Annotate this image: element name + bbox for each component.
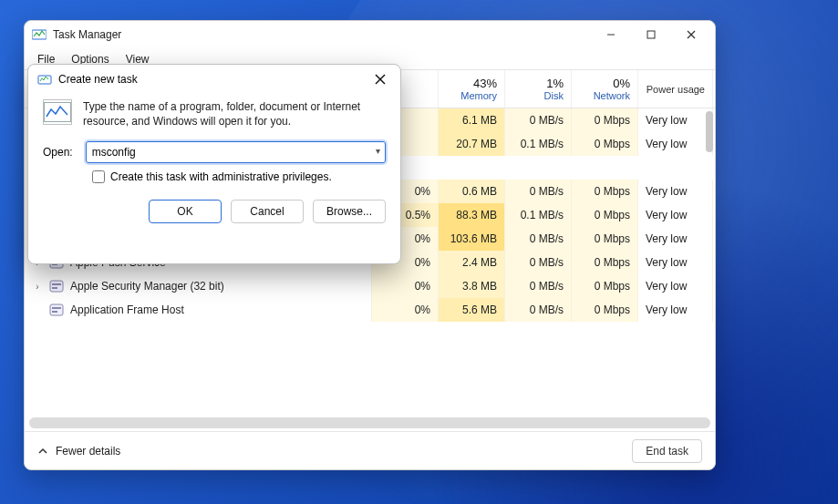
power-cell: Very low bbox=[638, 203, 713, 227]
memory-cell: 0.6 MB bbox=[439, 180, 505, 203]
memory-cell: 103.6 MB bbox=[439, 227, 505, 251]
process-icon bbox=[49, 303, 64, 317]
cpu-cell: 0% bbox=[372, 298, 439, 322]
memory-cell: 88.3 MB bbox=[439, 203, 505, 227]
maximize-button[interactable] bbox=[631, 21, 671, 48]
memory-cell: 6.1 MB bbox=[439, 108, 505, 132]
svg-rect-23 bbox=[50, 281, 63, 292]
dialog-titlebar: Create new task bbox=[28, 65, 400, 94]
power-cell: Very low bbox=[638, 274, 713, 298]
col-header-memory-label: Memory bbox=[460, 90, 497, 101]
chevron-up-icon bbox=[37, 446, 48, 457]
memory-cell: 20.7 MB bbox=[439, 132, 505, 156]
horizontal-scrollbar[interactable] bbox=[29, 417, 710, 428]
dialog-body: Type the name of a program, folder, docu… bbox=[28, 94, 400, 200]
footer: Fewer details End task bbox=[25, 431, 715, 469]
svg-rect-24 bbox=[52, 283, 61, 285]
vertical-scrollbar-thumb[interactable] bbox=[706, 111, 713, 152]
dialog-description: Type the name of a program, folder, docu… bbox=[83, 99, 386, 129]
network-cell: 0 Mbps bbox=[572, 108, 638, 132]
network-cell: 0 Mbps bbox=[572, 180, 638, 203]
col-header-network-pct: 0% bbox=[613, 77, 630, 90]
col-header-memory-pct: 43% bbox=[473, 77, 497, 90]
disk-cell: 0 MB/s bbox=[505, 227, 572, 251]
minimize-button[interactable] bbox=[591, 21, 631, 48]
disk-cell: 0 MB/s bbox=[505, 298, 572, 322]
run-large-icon bbox=[43, 99, 72, 125]
window-controls bbox=[591, 21, 711, 48]
memory-cell: 3.8 MB bbox=[439, 274, 505, 298]
svg-rect-26 bbox=[50, 304, 63, 315]
disk-cell: 0 MB/s bbox=[505, 108, 572, 132]
network-cell: 0 Mbps bbox=[572, 227, 638, 251]
svg-rect-29 bbox=[38, 76, 51, 84]
process-name: Apple Security Manager (32 bit) bbox=[70, 280, 224, 293]
power-cell: Very low bbox=[638, 180, 713, 203]
horizontal-scrollbar-thumb[interactable] bbox=[29, 417, 710, 428]
task-manager-icon bbox=[32, 27, 47, 42]
network-cell: 0 Mbps bbox=[572, 251, 638, 274]
cancel-button[interactable]: Cancel bbox=[231, 200, 304, 223]
process-name: Application Frame Host bbox=[70, 303, 184, 316]
chevron-down-icon[interactable]: ▾ bbox=[376, 146, 380, 156]
dialog-close-button[interactable] bbox=[366, 67, 395, 92]
memory-cell: 5.6 MB bbox=[439, 298, 505, 322]
table-row[interactable]: Application Frame Host0%5.6 MB0 MB/s0 Mb… bbox=[25, 298, 715, 322]
svg-rect-25 bbox=[52, 287, 57, 289]
col-header-disk-pct: 1% bbox=[546, 77, 564, 90]
run-dialog-icon bbox=[37, 72, 52, 87]
power-cell: Very low bbox=[638, 227, 713, 251]
fewer-details-label: Fewer details bbox=[56, 445, 120, 458]
power-cell: Very low bbox=[638, 298, 713, 322]
open-input[interactable] bbox=[86, 141, 386, 163]
process-name-cell[interactable]: Application Frame Host bbox=[25, 298, 372, 322]
svg-rect-27 bbox=[52, 307, 61, 309]
disk-cell: 0 MB/s bbox=[505, 180, 572, 203]
col-header-memory[interactable]: 43% Memory bbox=[439, 70, 505, 108]
network-cell: 0 Mbps bbox=[572, 132, 638, 156]
network-cell: 0 Mbps bbox=[572, 298, 638, 322]
table-row[interactable]: ›Apple Security Manager (32 bit)0%3.8 MB… bbox=[25, 274, 715, 298]
open-label: Open: bbox=[43, 146, 73, 159]
col-header-disk[interactable]: 1% Disk bbox=[505, 70, 572, 108]
ok-button[interactable]: OK bbox=[149, 200, 222, 223]
browse-button[interactable]: Browse... bbox=[313, 200, 386, 223]
disk-cell: 0 MB/s bbox=[505, 274, 572, 298]
network-cell: 0 Mbps bbox=[572, 203, 638, 227]
col-header-disk-label: Disk bbox=[544, 90, 564, 101]
dialog-actions: OK Cancel Browse... bbox=[28, 200, 400, 236]
cpu-cell: 0% bbox=[372, 274, 439, 298]
admin-checkbox-label: Create this task with administrative pri… bbox=[110, 170, 332, 183]
dialog-title: Create new task bbox=[58, 73, 366, 86]
window-title: Task Manager bbox=[53, 28, 591, 41]
network-cell: 0 Mbps bbox=[572, 274, 638, 298]
end-task-button[interactable]: End task bbox=[632, 439, 702, 463]
power-cell: Very low bbox=[638, 251, 713, 274]
close-button[interactable] bbox=[671, 21, 711, 48]
vertical-scrollbar[interactable] bbox=[706, 111, 713, 321]
svg-rect-2 bbox=[647, 31, 655, 38]
col-header-network-label: Network bbox=[594, 90, 630, 101]
disk-cell: 0.1 MB/s bbox=[505, 132, 572, 156]
svg-rect-28 bbox=[52, 311, 57, 313]
col-header-power-label: Power usage bbox=[647, 84, 705, 95]
expand-chevron-icon[interactable]: › bbox=[32, 282, 43, 292]
process-name-cell[interactable]: ›Apple Security Manager (32 bit) bbox=[25, 274, 372, 298]
fewer-details-toggle[interactable]: Fewer details bbox=[37, 445, 120, 458]
create-task-dialog: Create new task Type the name of a progr… bbox=[27, 64, 401, 264]
power-cell: Very low bbox=[638, 108, 713, 132]
disk-cell: 0 MB/s bbox=[505, 251, 572, 274]
memory-cell: 2.4 MB bbox=[439, 251, 505, 274]
admin-checkbox[interactable] bbox=[92, 170, 105, 183]
col-header-power[interactable]: Power usage bbox=[638, 70, 713, 108]
titlebar: Task Manager bbox=[25, 21, 715, 48]
power-cell: Very low bbox=[638, 132, 713, 156]
open-combobox[interactable]: ▾ bbox=[86, 141, 386, 163]
col-header-network[interactable]: 0% Network bbox=[572, 70, 638, 108]
process-icon bbox=[49, 279, 64, 293]
disk-cell: 0.1 MB/s bbox=[505, 203, 572, 227]
